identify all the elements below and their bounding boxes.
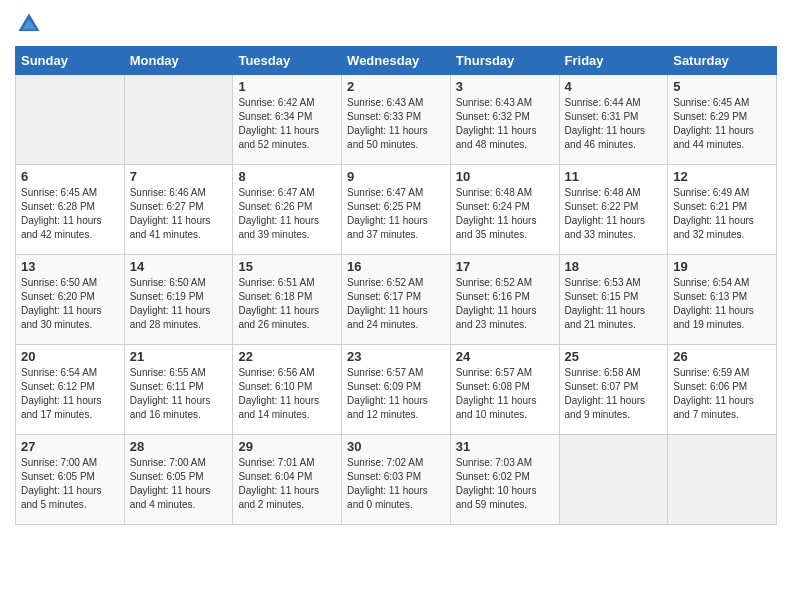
calendar-body: 1Sunrise: 6:42 AM Sunset: 6:34 PM Daylig…: [16, 75, 777, 525]
day-number: 2: [347, 79, 445, 94]
day-info: Sunrise: 6:43 AM Sunset: 6:32 PM Dayligh…: [456, 96, 554, 152]
day-number: 25: [565, 349, 663, 364]
day-info: Sunrise: 6:45 AM Sunset: 6:28 PM Dayligh…: [21, 186, 119, 242]
calendar-cell: 25Sunrise: 6:58 AM Sunset: 6:07 PM Dayli…: [559, 345, 668, 435]
day-number: 29: [238, 439, 336, 454]
day-number: 19: [673, 259, 771, 274]
day-info: Sunrise: 6:52 AM Sunset: 6:17 PM Dayligh…: [347, 276, 445, 332]
logo-icon: [15, 10, 43, 38]
week-row-3: 13Sunrise: 6:50 AM Sunset: 6:20 PM Dayli…: [16, 255, 777, 345]
calendar-cell: 14Sunrise: 6:50 AM Sunset: 6:19 PM Dayli…: [124, 255, 233, 345]
calendar-cell: 13Sunrise: 6:50 AM Sunset: 6:20 PM Dayli…: [16, 255, 125, 345]
week-row-1: 1Sunrise: 6:42 AM Sunset: 6:34 PM Daylig…: [16, 75, 777, 165]
day-number: 27: [21, 439, 119, 454]
day-number: 10: [456, 169, 554, 184]
day-number: 7: [130, 169, 228, 184]
calendar-cell: 31Sunrise: 7:03 AM Sunset: 6:02 PM Dayli…: [450, 435, 559, 525]
day-number: 13: [21, 259, 119, 274]
day-info: Sunrise: 7:00 AM Sunset: 6:05 PM Dayligh…: [21, 456, 119, 512]
day-info: Sunrise: 6:54 AM Sunset: 6:13 PM Dayligh…: [673, 276, 771, 332]
day-info: Sunrise: 6:48 AM Sunset: 6:22 PM Dayligh…: [565, 186, 663, 242]
calendar-header: SundayMondayTuesdayWednesdayThursdayFrid…: [16, 47, 777, 75]
day-number: 5: [673, 79, 771, 94]
day-number: 14: [130, 259, 228, 274]
calendar-cell: 8Sunrise: 6:47 AM Sunset: 6:26 PM Daylig…: [233, 165, 342, 255]
day-info: Sunrise: 6:42 AM Sunset: 6:34 PM Dayligh…: [238, 96, 336, 152]
day-info: Sunrise: 6:56 AM Sunset: 6:10 PM Dayligh…: [238, 366, 336, 422]
day-number: 9: [347, 169, 445, 184]
calendar-table: SundayMondayTuesdayWednesdayThursdayFrid…: [15, 46, 777, 525]
day-info: Sunrise: 6:59 AM Sunset: 6:06 PM Dayligh…: [673, 366, 771, 422]
calendar-cell: 1Sunrise: 6:42 AM Sunset: 6:34 PM Daylig…: [233, 75, 342, 165]
week-row-2: 6Sunrise: 6:45 AM Sunset: 6:28 PM Daylig…: [16, 165, 777, 255]
day-info: Sunrise: 6:51 AM Sunset: 6:18 PM Dayligh…: [238, 276, 336, 332]
calendar-cell: [559, 435, 668, 525]
day-info: Sunrise: 7:01 AM Sunset: 6:04 PM Dayligh…: [238, 456, 336, 512]
header-day-wednesday: Wednesday: [342, 47, 451, 75]
day-number: 12: [673, 169, 771, 184]
week-row-5: 27Sunrise: 7:00 AM Sunset: 6:05 PM Dayli…: [16, 435, 777, 525]
day-number: 28: [130, 439, 228, 454]
day-number: 4: [565, 79, 663, 94]
week-row-4: 20Sunrise: 6:54 AM Sunset: 6:12 PM Dayli…: [16, 345, 777, 435]
day-info: Sunrise: 7:02 AM Sunset: 6:03 PM Dayligh…: [347, 456, 445, 512]
day-number: 6: [21, 169, 119, 184]
calendar-cell: 11Sunrise: 6:48 AM Sunset: 6:22 PM Dayli…: [559, 165, 668, 255]
day-info: Sunrise: 6:55 AM Sunset: 6:11 PM Dayligh…: [130, 366, 228, 422]
day-number: 1: [238, 79, 336, 94]
day-number: 21: [130, 349, 228, 364]
calendar-cell: 20Sunrise: 6:54 AM Sunset: 6:12 PM Dayli…: [16, 345, 125, 435]
day-info: Sunrise: 6:50 AM Sunset: 6:20 PM Dayligh…: [21, 276, 119, 332]
calendar-cell: 30Sunrise: 7:02 AM Sunset: 6:03 PM Dayli…: [342, 435, 451, 525]
calendar-cell: 29Sunrise: 7:01 AM Sunset: 6:04 PM Dayli…: [233, 435, 342, 525]
header-row: SundayMondayTuesdayWednesdayThursdayFrid…: [16, 47, 777, 75]
day-info: Sunrise: 6:57 AM Sunset: 6:08 PM Dayligh…: [456, 366, 554, 422]
day-number: 23: [347, 349, 445, 364]
calendar-cell: 17Sunrise: 6:52 AM Sunset: 6:16 PM Dayli…: [450, 255, 559, 345]
day-info: Sunrise: 6:43 AM Sunset: 6:33 PM Dayligh…: [347, 96, 445, 152]
day-info: Sunrise: 6:46 AM Sunset: 6:27 PM Dayligh…: [130, 186, 228, 242]
calendar-cell: 24Sunrise: 6:57 AM Sunset: 6:08 PM Dayli…: [450, 345, 559, 435]
day-number: 18: [565, 259, 663, 274]
calendar-cell: 6Sunrise: 6:45 AM Sunset: 6:28 PM Daylig…: [16, 165, 125, 255]
day-number: 8: [238, 169, 336, 184]
day-info: Sunrise: 6:45 AM Sunset: 6:29 PM Dayligh…: [673, 96, 771, 152]
day-number: 30: [347, 439, 445, 454]
calendar-cell: 16Sunrise: 6:52 AM Sunset: 6:17 PM Dayli…: [342, 255, 451, 345]
header-day-monday: Monday: [124, 47, 233, 75]
calendar-cell: 15Sunrise: 6:51 AM Sunset: 6:18 PM Dayli…: [233, 255, 342, 345]
calendar-cell: [124, 75, 233, 165]
day-info: Sunrise: 7:03 AM Sunset: 6:02 PM Dayligh…: [456, 456, 554, 512]
calendar-cell: 3Sunrise: 6:43 AM Sunset: 6:32 PM Daylig…: [450, 75, 559, 165]
calendar-cell: 10Sunrise: 6:48 AM Sunset: 6:24 PM Dayli…: [450, 165, 559, 255]
day-info: Sunrise: 6:49 AM Sunset: 6:21 PM Dayligh…: [673, 186, 771, 242]
calendar-cell: [668, 435, 777, 525]
header-day-thursday: Thursday: [450, 47, 559, 75]
calendar-cell: 12Sunrise: 6:49 AM Sunset: 6:21 PM Dayli…: [668, 165, 777, 255]
calendar-cell: 7Sunrise: 6:46 AM Sunset: 6:27 PM Daylig…: [124, 165, 233, 255]
calendar-cell: [16, 75, 125, 165]
day-info: Sunrise: 6:44 AM Sunset: 6:31 PM Dayligh…: [565, 96, 663, 152]
day-info: Sunrise: 6:48 AM Sunset: 6:24 PM Dayligh…: [456, 186, 554, 242]
day-number: 16: [347, 259, 445, 274]
day-info: Sunrise: 7:00 AM Sunset: 6:05 PM Dayligh…: [130, 456, 228, 512]
header-day-sunday: Sunday: [16, 47, 125, 75]
day-info: Sunrise: 6:58 AM Sunset: 6:07 PM Dayligh…: [565, 366, 663, 422]
calendar-cell: 27Sunrise: 7:00 AM Sunset: 6:05 PM Dayli…: [16, 435, 125, 525]
day-info: Sunrise: 6:57 AM Sunset: 6:09 PM Dayligh…: [347, 366, 445, 422]
day-info: Sunrise: 6:53 AM Sunset: 6:15 PM Dayligh…: [565, 276, 663, 332]
header-day-saturday: Saturday: [668, 47, 777, 75]
calendar-cell: 28Sunrise: 7:00 AM Sunset: 6:05 PM Dayli…: [124, 435, 233, 525]
calendar-cell: 19Sunrise: 6:54 AM Sunset: 6:13 PM Dayli…: [668, 255, 777, 345]
day-info: Sunrise: 6:47 AM Sunset: 6:26 PM Dayligh…: [238, 186, 336, 242]
day-info: Sunrise: 6:54 AM Sunset: 6:12 PM Dayligh…: [21, 366, 119, 422]
day-info: Sunrise: 6:50 AM Sunset: 6:19 PM Dayligh…: [130, 276, 228, 332]
day-number: 26: [673, 349, 771, 364]
header-day-tuesday: Tuesday: [233, 47, 342, 75]
calendar-cell: 22Sunrise: 6:56 AM Sunset: 6:10 PM Dayli…: [233, 345, 342, 435]
day-info: Sunrise: 6:52 AM Sunset: 6:16 PM Dayligh…: [456, 276, 554, 332]
header-day-friday: Friday: [559, 47, 668, 75]
header: [15, 10, 777, 38]
day-number: 22: [238, 349, 336, 364]
calendar-cell: 21Sunrise: 6:55 AM Sunset: 6:11 PM Dayli…: [124, 345, 233, 435]
